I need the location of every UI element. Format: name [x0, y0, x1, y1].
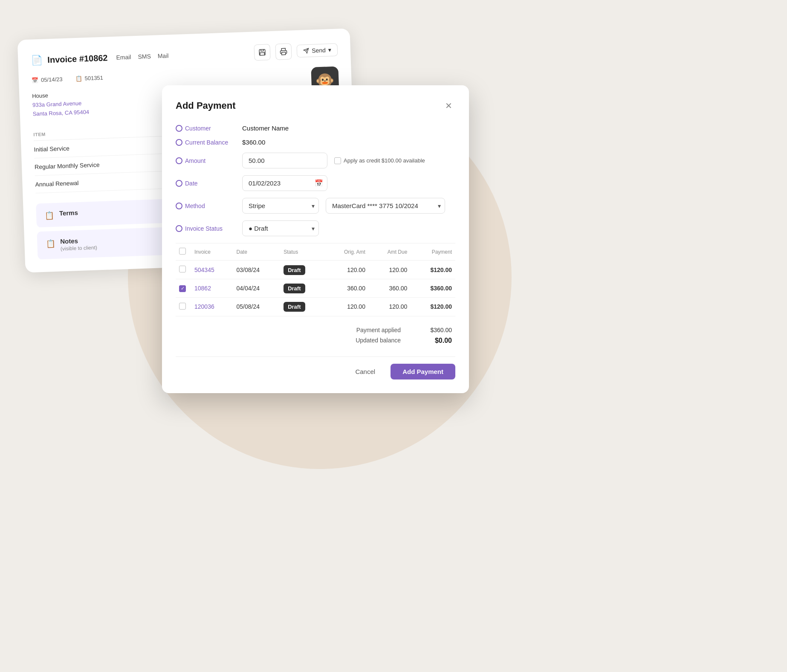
col-checkbox	[176, 243, 191, 261]
row-checkbox-checked[interactable]: ✓	[179, 285, 186, 292]
col-orig-amt: Orig. Amt	[324, 243, 369, 261]
amt-due-cell: 120.00	[369, 297, 411, 316]
status-select-wrap: ● Draft Sent Paid Overdue ▾	[242, 220, 319, 236]
invoice-meta: 📅 05/14/23 📋 501351	[32, 75, 103, 84]
status-badge: Draft	[284, 302, 305, 312]
notes-sublabel: (visible to client)	[61, 245, 97, 252]
terms-label: Terms	[59, 209, 78, 217]
invoice-row-3: 120036 05/08/24 Draft 120.00 120.00 $120…	[176, 297, 455, 316]
label-dot-icon	[176, 139, 182, 146]
label-dot-icon	[176, 225, 182, 232]
terms-icon: 📋	[45, 211, 55, 220]
invoice-link[interactable]: 10862	[194, 285, 211, 292]
payment-cell: $360.00	[411, 279, 455, 298]
invoice-row-2: ✓ 10862 04/04/24 Draft 360.00 360.00 $36…	[176, 279, 455, 298]
invoice-header: 📄 Invoice #10862 Email SMS Mail Send ▾	[31, 42, 338, 69]
col-invoice: Invoice	[191, 243, 233, 261]
credit-checkbox[interactable]	[334, 157, 341, 164]
date-input-wrap: 📅	[242, 175, 327, 191]
col-amt-due: Amt Due	[369, 243, 411, 261]
calendar-icon: 📅	[32, 77, 39, 84]
modal-close-button[interactable]: ✕	[442, 99, 455, 113]
customer-row: Customer Customer Name	[176, 125, 455, 132]
updated-balance-row: Updated balance $0.00	[176, 335, 455, 346]
amount-label: Amount	[176, 157, 235, 164]
meta-order: 📋 501351	[75, 75, 103, 82]
customer-value: Customer Name	[242, 125, 289, 132]
customer-label: Customer	[176, 125, 235, 132]
date-row: Date 📅	[176, 175, 455, 191]
row-checkbox-cell[interactable]	[176, 297, 191, 316]
date-cell: 03/08/24	[233, 261, 280, 279]
orig-amt-cell: 360.00	[324, 279, 369, 298]
payment-cell: $120.00	[411, 261, 455, 279]
method-select[interactable]: Stripe Cash Check Other	[242, 198, 319, 214]
meta-date: 📅 05/14/23	[32, 76, 63, 84]
nav-mail[interactable]: Mail	[158, 52, 169, 59]
calendar-icon: 📅	[315, 179, 323, 187]
add-payment-button[interactable]: Add Payment	[391, 364, 455, 379]
credit-label[interactable]: Apply as credit $100.00 available	[334, 157, 425, 164]
updated-balance-label: Updated balance	[356, 337, 401, 345]
close-icon: ✕	[445, 101, 452, 111]
col-status: Status	[280, 243, 324, 261]
notes-label: Notes	[60, 237, 97, 245]
status-badge: Draft	[284, 284, 305, 293]
row-checkbox[interactable]	[179, 303, 186, 310]
payment-applied-label: Payment applied	[356, 327, 401, 333]
status-cell: Draft	[280, 279, 324, 298]
label-dot-icon	[176, 180, 182, 187]
payment-cell: $120.00	[411, 297, 455, 316]
date-cell: 05/08/24	[233, 297, 280, 316]
orig-amt-cell: 120.00	[324, 261, 369, 279]
balance-row: Current Balance $360.00	[176, 139, 455, 146]
label-dot-icon	[176, 157, 182, 164]
date-label: Date	[176, 180, 235, 187]
modal-header: Add Payment ✕	[176, 99, 455, 113]
nav-email[interactable]: Email	[116, 53, 131, 61]
invoice-toolbar: Send ▾	[254, 42, 338, 61]
cancel-button[interactable]: Cancel	[345, 364, 385, 379]
credit-text: Apply as credit $100.00 available	[344, 157, 425, 164]
card-select[interactable]: MasterCard **** 3775 10/2024	[326, 198, 445, 214]
invoice-num-cell: 120036	[191, 297, 233, 316]
street-link[interactable]: 933a Grand Avenue	[32, 100, 82, 108]
status-select[interactable]: ● Draft Sent Paid Overdue	[242, 220, 319, 236]
invoice-nav-links: Email SMS Mail	[116, 52, 169, 61]
notes-content: Notes (visible to client)	[60, 237, 97, 252]
status-label: Invoice Status	[176, 225, 235, 232]
invoice-row-1: 504345 03/08/24 Draft 120.00 120.00 $120…	[176, 261, 455, 279]
modal-invoice-table: Invoice Date Status Orig. Amt Amt Due Pa…	[176, 243, 455, 316]
method-row: Method Stripe Cash Check Other ▾ MasterC…	[176, 198, 455, 214]
nav-sms[interactable]: SMS	[138, 53, 151, 60]
invoice-icon: 📄	[31, 55, 43, 66]
invoice-status-row: Invoice Status ● Draft Sent Paid Overdue…	[176, 220, 455, 236]
col-date: Date	[233, 243, 280, 261]
row-checkbox-cell[interactable]	[176, 261, 191, 279]
city-link[interactable]: Santa Rosa, CA 95404	[32, 109, 89, 117]
invoice-address: House 933a Grand Avenue Santa Rosa, CA 9…	[32, 90, 104, 119]
orig-amt-cell: 120.00	[324, 297, 369, 316]
svg-rect-1	[282, 52, 286, 55]
invoice-link[interactable]: 504345	[194, 266, 214, 273]
header-checkbox[interactable]	[179, 248, 186, 255]
row-checkbox-cell[interactable]: ✓	[176, 279, 191, 298]
amount-row: Amount Apply as credit $100.00 available	[176, 153, 455, 168]
send-chevron: ▾	[328, 46, 332, 53]
invoice-num-cell: 504345	[191, 261, 233, 279]
invoice-link[interactable]: 120036	[194, 303, 214, 310]
balance-label: Current Balance	[176, 139, 235, 146]
invoice-title: Invoice #10862	[47, 53, 108, 65]
status-badge: Draft	[284, 265, 305, 275]
amount-input[interactable]	[242, 153, 327, 168]
payment-applied-row: Payment applied $360.00	[176, 325, 455, 335]
date-cell: 04/04/24	[233, 279, 280, 298]
send-button[interactable]: Send ▾	[297, 43, 338, 58]
row-checkbox[interactable]	[179, 266, 186, 272]
save-button[interactable]	[254, 44, 271, 61]
print-button[interactable]	[275, 43, 292, 60]
invoice-num-cell: 10862	[191, 279, 233, 298]
add-payment-modal: Add Payment ✕ Customer Customer Name Cur…	[162, 85, 469, 393]
status-cell: Draft	[280, 261, 324, 279]
order-icon: 📋	[75, 75, 82, 82]
